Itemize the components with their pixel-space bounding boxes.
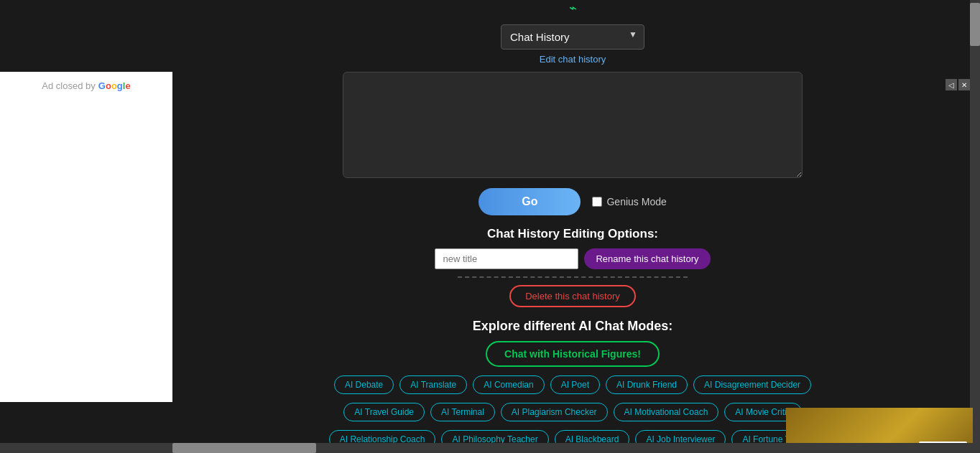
right-scrollbar[interactable] [970, 0, 980, 453]
ai-chip[interactable]: AI Motivational Coach [614, 403, 719, 421]
ai-chip[interactable]: AI Plagiarism Checker [501, 403, 608, 421]
dashed-separator [458, 276, 688, 278]
ad-closed-text: Ad closed by [42, 80, 95, 91]
explore-title: Explore different AI Chat Modes: [473, 319, 672, 334]
scrollbar-thumb[interactable] [970, 3, 980, 46]
genius-mode-checkbox[interactable] [592, 197, 602, 207]
left-ad-panel: Ad closed by Google [0, 72, 172, 402]
rename-button[interactable]: Rename this chat history [584, 248, 710, 269]
go-row: Go Genius Mode [479, 188, 667, 215]
ai-chip[interactable]: AI Disagreement Decider [693, 375, 811, 394]
top-logo-mark: ⌁ [569, 0, 577, 16]
delete-chat-history-button[interactable]: Delete this chat history [509, 285, 636, 307]
new-title-input[interactable] [435, 248, 578, 269]
ad-back-button[interactable]: ◁ [946, 79, 957, 90]
ai-chips-row-1: AI DebateAI TranslateAI ComedianAI PoetA… [334, 375, 811, 394]
chat-history-dropdown[interactable]: Chat History [501, 24, 644, 50]
chat-historical-figures-button[interactable]: Chat with Historical Figures! [486, 341, 660, 367]
genius-mode-label[interactable]: Genius Mode [592, 196, 666, 207]
edit-chat-history-link[interactable]: Edit chat history [540, 54, 606, 65]
ai-chips-row-2: AI Travel GuideAI TerminalAI Plagiarism … [343, 403, 801, 421]
ai-chip[interactable]: AI Translate [399, 375, 467, 394]
editing-options-title: Chat History Editing Options: [487, 227, 658, 241]
genius-mode-text: Genius Mode [606, 196, 666, 207]
ai-chip[interactable]: AI Poet [550, 375, 600, 394]
ad-close-button[interactable]: ✕ [958, 79, 970, 90]
go-button[interactable]: Go [479, 188, 581, 215]
main-content: ⌁ Chat History ▼ Edit chat history Go Ge… [187, 0, 958, 453]
ai-chip[interactable]: AI Drunk Friend [606, 375, 688, 394]
ai-chip[interactable]: AI Terminal [430, 403, 495, 421]
rename-row: Rename this chat history [435, 248, 710, 269]
google-label: Google [98, 80, 131, 91]
ai-chip[interactable]: AI Travel Guide [343, 403, 425, 421]
chat-textarea[interactable] [343, 72, 803, 178]
ai-chip[interactable]: AI Debate [334, 375, 394, 394]
chat-history-dropdown-wrapper[interactable]: Chat History ▼ [501, 19, 644, 50]
right-top-ad-controls: ◁ ✕ [946, 79, 970, 90]
bottom-scrollbar[interactable] [0, 443, 980, 453]
ai-chip[interactable]: AI Comedian [473, 375, 544, 394]
bottom-scrollbar-thumb[interactable] [172, 443, 316, 453]
